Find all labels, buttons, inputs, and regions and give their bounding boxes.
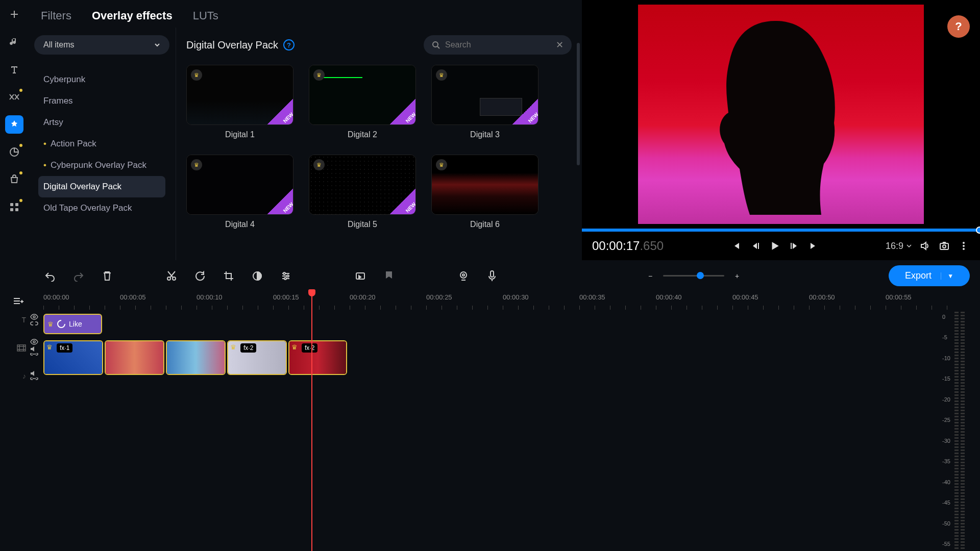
stickers-icon[interactable] xyxy=(5,143,23,161)
effects-grid-panel: Digital Overlay Pack ? ✕ ♛NEW Digital 1 xyxy=(176,28,582,260)
shop-icon[interactable] xyxy=(5,170,23,189)
tab-overlay-effects[interactable]: Overlay effects xyxy=(92,9,173,22)
cat-cyberpunk-overlay[interactable]: Cyberpunk Overlay Pack xyxy=(38,155,165,176)
marker-icon[interactable] xyxy=(382,269,396,283)
music-icon[interactable] xyxy=(5,33,23,51)
tab-filters[interactable]: Filters xyxy=(41,9,71,22)
redo-icon[interactable] xyxy=(72,269,85,283)
progress-bar[interactable] xyxy=(582,229,980,232)
ruler-mark: 00:00:00 xyxy=(43,293,69,301)
next-clip-icon[interactable] xyxy=(807,240,820,252)
aspect-ratio[interactable]: 16:9 xyxy=(886,241,912,252)
zoom-handle[interactable] xyxy=(697,272,704,279)
video-clip-2[interactable] xyxy=(105,340,164,375)
svg-rect-19 xyxy=(491,271,494,277)
search-input[interactable] xyxy=(445,40,551,49)
svg-point-8 xyxy=(963,245,965,247)
ruler-mark: 00:00:50 xyxy=(809,293,835,301)
cat-old-tape-overlay[interactable]: Old Tape Overlay Pack xyxy=(38,197,165,219)
cut-icon[interactable] xyxy=(165,269,178,283)
search-box[interactable]: ✕ xyxy=(424,35,572,55)
rotate-icon[interactable] xyxy=(193,269,207,283)
cat-digital-overlay[interactable]: Digital Overlay Pack xyxy=(38,176,165,197)
dropdown-label: All items xyxy=(43,40,74,49)
adjust-icon[interactable] xyxy=(279,269,292,283)
export-button[interactable]: Export▼ xyxy=(889,265,970,286)
zoom-slider[interactable] xyxy=(663,275,724,277)
video-preview[interactable]: ? xyxy=(582,0,980,229)
scrollbar[interactable] xyxy=(577,43,580,165)
title-clip[interactable]: ♛ Like xyxy=(43,314,102,334)
eye-icon[interactable] xyxy=(30,339,38,345)
ruler-mark: 00:00:35 xyxy=(579,293,605,301)
crop-icon[interactable] xyxy=(222,269,235,283)
new-badge: NEW xyxy=(404,111,416,123)
effects-icon[interactable] xyxy=(5,115,23,134)
new-badge: NEW xyxy=(282,111,293,123)
webcam-icon[interactable] xyxy=(457,269,470,283)
export-dropdown-icon[interactable]: ▼ xyxy=(941,272,953,280)
effect-card-digital-2[interactable]: ♛NEW Digital 2 xyxy=(309,65,416,139)
crown-icon: ♛ xyxy=(191,69,202,81)
cat-action-pack[interactable]: Action Pack xyxy=(38,133,165,155)
templates-icon[interactable] xyxy=(5,198,23,216)
ruler-mark: 00:00:30 xyxy=(503,293,529,301)
svg-point-17 xyxy=(460,272,467,278)
step-back-icon[interactable] xyxy=(749,240,762,252)
video-clip-1[interactable]: ♛fx·1 xyxy=(43,340,103,375)
link-icon[interactable] xyxy=(30,321,38,326)
help-button[interactable]: ? xyxy=(947,15,970,38)
cat-frames[interactable]: Frames xyxy=(38,90,165,112)
link-icon[interactable] xyxy=(30,353,38,357)
volume-icon[interactable] xyxy=(919,240,931,252)
add-track-icon[interactable] xyxy=(11,294,24,308)
video-clip-5[interactable]: ♛fx·2 xyxy=(288,340,347,375)
track-area[interactable]: ♛ Like ♛fx·1 ♛fx·2 ♛fx·2 xyxy=(43,310,980,551)
color-icon[interactable] xyxy=(251,269,264,283)
speaker-icon[interactable] xyxy=(30,346,38,352)
link-icon[interactable] xyxy=(30,378,38,382)
step-forward-icon[interactable] xyxy=(788,240,800,252)
transitions-icon[interactable] xyxy=(5,88,23,106)
info-icon[interactable]: ? xyxy=(283,39,295,51)
audio-track-icon: ♪ xyxy=(22,372,26,380)
effect-card-digital-5[interactable]: ♛NEW Digital 5 xyxy=(309,155,416,229)
content-title: Digital Overlay Pack xyxy=(186,39,278,51)
effect-card-digital-1[interactable]: ♛NEW Digital 1 xyxy=(186,65,293,139)
timeline-ruler[interactable]: 00:00:0000:00:0500:00:1000:00:1500:00:20… xyxy=(0,291,980,310)
video-clip-3[interactable] xyxy=(166,340,226,375)
cat-artsy[interactable]: Artsy xyxy=(38,112,165,133)
svg-point-7 xyxy=(963,242,965,244)
svg-rect-21 xyxy=(17,345,26,351)
meter-label: -10 xyxy=(942,355,950,361)
zoom-out-icon[interactable]: − xyxy=(644,269,657,283)
more-icon[interactable] xyxy=(958,240,970,252)
video-clip-4[interactable]: ♛fx·2 xyxy=(227,340,287,375)
playhead[interactable] xyxy=(311,289,312,551)
fx-badge: fx·1 xyxy=(57,343,72,353)
effect-card-digital-6[interactable]: ♛ Digital 6 xyxy=(431,155,538,229)
meter-label: -25 xyxy=(942,417,950,423)
play-icon[interactable] xyxy=(769,240,781,252)
cat-cyberpunk[interactable]: Cyberpunk xyxy=(38,69,165,90)
clip-properties-icon[interactable] xyxy=(354,269,367,283)
effect-card-digital-3[interactable]: ♛NEW Digital 3 xyxy=(431,65,538,139)
prev-clip-icon[interactable] xyxy=(730,240,742,252)
add-icon[interactable] xyxy=(5,5,23,23)
delete-icon[interactable] xyxy=(101,269,114,283)
mic-icon[interactable] xyxy=(485,269,499,283)
tab-luts[interactable]: LUTs xyxy=(193,9,218,22)
progress-handle[interactable] xyxy=(976,227,980,234)
meter-label: -45 xyxy=(942,499,950,506)
zoom-in-icon[interactable]: + xyxy=(730,269,744,283)
clear-search-icon[interactable]: ✕ xyxy=(556,39,564,51)
category-dropdown[interactable]: All items xyxy=(34,35,169,55)
speaker-icon[interactable] xyxy=(30,370,38,377)
undo-icon[interactable] xyxy=(43,269,57,283)
text-icon[interactable] xyxy=(5,60,23,79)
fx-badge: fx·2 xyxy=(302,343,317,353)
effect-card-digital-4[interactable]: ♛NEW Digital 4 xyxy=(186,155,293,229)
eye-icon[interactable] xyxy=(30,314,38,320)
snapshot-icon[interactable] xyxy=(938,240,950,252)
meter-label: -5 xyxy=(942,334,950,340)
